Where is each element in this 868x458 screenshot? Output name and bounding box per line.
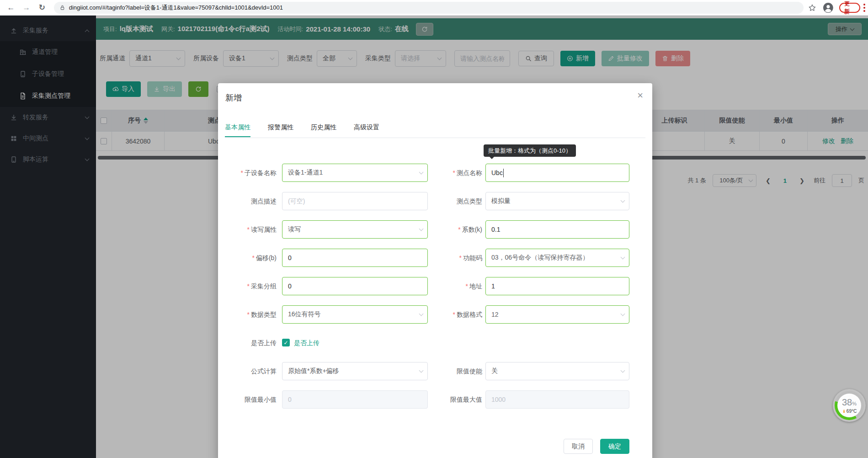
limit-min-input [288,391,422,408]
chevron-down-icon [419,227,424,231]
browser-update-button[interactable]: 更新 [839,3,860,13]
upload-checkbox[interactable]: ✓ [282,339,290,346]
address-input[interactable] [491,277,623,295]
dialog-footer: 取消 确定 [564,439,629,454]
basic-properties-form: *子设备名称 设备1-通道1 *测点名称 Ubc 测点描述 [218,164,652,419]
percent-gauge-badge[interactable]: 38% 69°C [833,389,866,422]
point-desc-input[interactable] [288,192,422,210]
confirm-button[interactable]: 确定 [600,439,629,454]
data-format-select[interactable]: 12 [485,305,629,324]
tab-history[interactable]: 历史属性 [311,123,336,137]
point-type-select[interactable]: 模拟量 [485,192,629,210]
url-text: dingiiot.com/#/taginfo?label=设备1-通道1&val… [69,4,283,12]
tabs-divider [225,138,645,138]
formula-select[interactable]: 原始值*系数+偏移 [282,362,428,380]
browser-reload-button[interactable]: ↻ [37,3,47,12]
data-type-select[interactable]: 16位有符号 [282,305,428,324]
function-code-select[interactable]: 03，06号命令（读写保持寄存器） [485,249,629,267]
browser-chrome: ← → ↻ dingiiot.com/#/taginfo?label=设备1-通… [0,0,868,16]
offset-field [282,249,428,267]
coefficient-field [485,220,629,239]
limit-min-field [282,390,428,409]
upload-checkbox-group: ✓ 是否上传 [282,334,320,352]
address-field [485,277,629,295]
add-point-dialog: 新增 × 基本属性 报警属性 历史属性 高级设置 批量新增：格式为（测点0-10… [218,83,652,458]
browser-menu-icon[interactable] [863,4,865,12]
point-desc-field [282,192,428,210]
limit-enable-select[interactable]: 关 [485,362,629,380]
chevron-down-icon [419,170,424,175]
lock-icon [59,5,65,11]
coefficient-input[interactable] [491,221,623,238]
bookmark-star-icon[interactable] [808,4,816,12]
upload-checkbox-label[interactable]: 是否上传 [294,334,320,352]
chevron-down-icon [621,255,625,260]
tab-advanced[interactable]: 高级设置 [354,123,379,137]
chevron-down-icon [621,198,625,203]
limit-max-field [485,390,629,409]
chevron-down-icon [621,368,625,373]
chevron-down-icon [419,368,424,373]
point-name-input[interactable]: Ubc [485,164,629,182]
subdevice-select[interactable]: 设备1-通道1 [282,164,428,182]
browser-forward-button[interactable]: → [22,3,31,12]
profile-avatar-icon[interactable] [823,2,834,13]
dialog-title: 新增 [225,92,242,103]
rw-attr-select[interactable]: 读写 [282,220,428,239]
temperature-value: 69°C [847,409,857,414]
chevron-down-icon [621,312,625,316]
tab-alarm[interactable]: 报警属性 [268,123,293,137]
address-bar[interactable]: dingiiot.com/#/taginfo?label=设备1-通道1&val… [54,2,804,14]
chevron-down-icon [419,312,424,316]
collect-group-input[interactable] [288,277,422,295]
browser-back-button[interactable]: ← [6,3,16,12]
thermometer-icon [842,409,846,414]
collect-group-field [282,277,428,295]
cancel-button[interactable]: 取消 [564,439,593,454]
tab-basic[interactable]: 基本属性 [225,123,250,137]
batch-add-tooltip: 批量新增：格式为（测点0-10） [484,144,576,157]
dialog-tabs: 基本属性 报警属性 历史属性 高级设置 [225,123,397,137]
offset-input[interactable] [288,249,422,266]
limit-max-input [491,391,623,408]
text-cursor [503,169,504,177]
gauge-ring: 38% 69°C [835,391,864,420]
close-icon[interactable]: × [637,91,643,101]
